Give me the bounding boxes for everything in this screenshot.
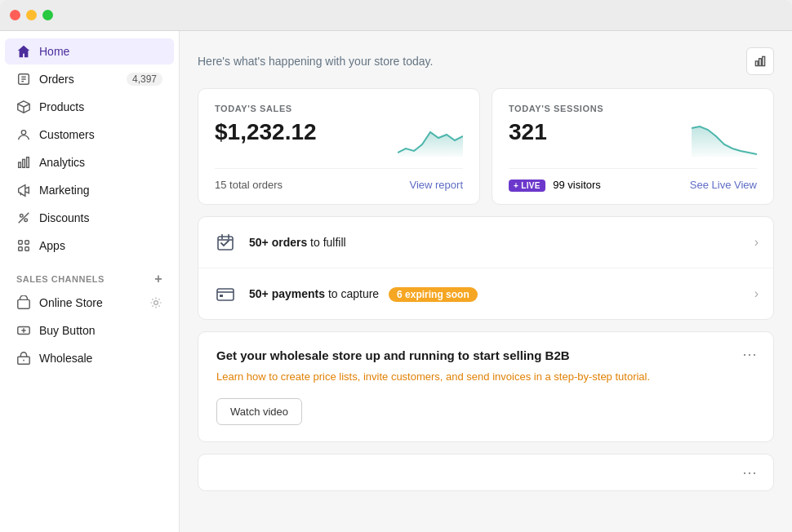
svg-point-20 — [154, 301, 158, 305]
sidebar-item-orders[interactable]: Orders 4,397 — [5, 66, 174, 92]
svg-rect-33 — [220, 295, 223, 297]
payments-text: 50+ payments to capture 6 expiring soon — [249, 287, 743, 300]
online-store-settings-icon[interactable] — [149, 296, 162, 309]
action-card: 50+ orders to fulfill › 50+ payments to … — [198, 216, 774, 320]
add-sales-channel-button[interactable]: + — [154, 273, 162, 286]
sessions-visitors: 99 visitors — [553, 179, 601, 191]
fulfill-suffix: to fulfill — [310, 236, 346, 249]
sidebar-item-customers[interactable]: Customers — [5, 122, 174, 148]
fulfill-orders-item[interactable]: 50+ orders to fulfill › — [198, 217, 773, 268]
sidebar-item-discounts[interactable]: Discounts — [5, 205, 174, 231]
sidebar-item-online-store-label: Online Store — [39, 296, 103, 309]
sidebar-item-marketing[interactable]: Marketing — [5, 177, 174, 203]
live-view-link[interactable]: See Live View — [690, 179, 757, 191]
svg-rect-9 — [19, 162, 21, 167]
sidebar-item-customers-label: Customers — [39, 128, 95, 141]
sidebar-item-analytics-label: Analytics — [39, 156, 85, 169]
sessions-footer: + LIVE 99 visitors See Live View — [509, 168, 757, 191]
sessions-footer-left: + LIVE 99 visitors — [509, 179, 601, 191]
sidebar-item-products[interactable]: Products — [5, 94, 174, 120]
buy-button-icon — [16, 323, 31, 338]
view-report-link[interactable]: View report — [409, 179, 463, 191]
sidebar-item-wholesale[interactable]: Wholesale — [5, 345, 174, 371]
live-badge: + LIVE — [509, 180, 545, 192]
title-bar — [0, 0, 792, 31]
fulfill-text: 50+ orders to fulfill — [249, 236, 743, 249]
sidebar-item-orders-label: Orders — [39, 73, 74, 86]
svg-line-7 — [24, 104, 29, 107]
online-store-icon — [16, 295, 31, 310]
sessions-label: TODAY'S SESSIONS — [509, 104, 757, 113]
sidebar-item-apps[interactable]: Apps — [5, 233, 174, 259]
sales-footer-text: 15 total orders — [215, 179, 283, 191]
svg-rect-16 — [25, 241, 29, 245]
svg-rect-19 — [18, 299, 29, 308]
orders-icon — [16, 72, 31, 86]
home-icon — [16, 44, 31, 59]
fulfill-chevron: › — [754, 235, 759, 250]
sales-chart — [398, 120, 463, 157]
main-header: Here's what's happening with your store … — [198, 47, 774, 75]
apps-icon — [16, 238, 31, 253]
sales-label: TODAY'S SALES — [215, 104, 463, 113]
partial-menu-button[interactable]: ⋯ — [742, 463, 759, 481]
promo-title: Get your wholesale store up and running … — [216, 348, 755, 362]
sidebar-item-analytics[interactable]: Analytics — [5, 149, 174, 175]
svg-line-6 — [18, 104, 24, 107]
wholesale-icon — [16, 351, 31, 366]
main-header-text: Here's what's happening with your store … — [198, 55, 433, 68]
products-icon — [16, 100, 31, 114]
sidebar-item-online-store[interactable]: Online Store — [5, 290, 174, 316]
analytics-icon — [16, 155, 31, 170]
sales-footer: 15 total orders View report — [215, 168, 463, 191]
svg-rect-32 — [217, 289, 234, 300]
discounts-icon — [16, 211, 31, 225]
fulfill-icon — [213, 230, 238, 255]
svg-point-13 — [24, 219, 28, 222]
sidebar: Home Orders 4,397 — [0, 31, 180, 532]
sidebar-item-products-label: Products — [39, 100, 84, 113]
sidebar-item-discounts-label: Discounts — [39, 211, 89, 224]
marketing-icon — [16, 183, 31, 197]
chart-icon-button[interactable] — [746, 47, 774, 75]
svg-rect-28 — [763, 56, 765, 65]
sidebar-item-marketing-label: Marketing — [39, 184, 89, 197]
svg-rect-17 — [19, 247, 23, 251]
minimize-button[interactable] — [26, 10, 37, 20]
sidebar-item-home[interactable]: Home — [5, 38, 174, 64]
svg-point-8 — [21, 131, 25, 135]
capture-payments-item[interactable]: 50+ payments to capture 6 expiring soon … — [198, 268, 773, 319]
expiring-badge: 6 expiring soon — [389, 287, 478, 302]
svg-rect-10 — [23, 159, 25, 167]
app-body: Home Orders 4,397 — [0, 31, 792, 532]
stats-row: TODAY'S SALES $1,232.12 — [198, 88, 774, 205]
payments-icon — [213, 282, 238, 306]
sidebar-item-wholesale-label: Wholesale — [39, 352, 92, 365]
sidebar-item-buy-button[interactable]: Buy Button — [5, 317, 174, 344]
payments-count: 50+ payments — [249, 287, 325, 300]
customers-icon — [16, 127, 31, 142]
partial-card: ⋯ — [198, 454, 774, 491]
svg-rect-18 — [25, 247, 29, 251]
payments-suffix: to capture — [328, 287, 379, 300]
payments-chevron: › — [754, 286, 759, 301]
promo-menu-button[interactable]: ⋯ — [742, 345, 759, 363]
sessions-chart — [692, 120, 757, 157]
sidebar-item-home-label: Home — [39, 45, 69, 58]
close-button[interactable] — [10, 10, 20, 20]
sessions-body: 321 — [509, 120, 757, 157]
svg-rect-27 — [759, 59, 762, 66]
main-content: Here's what's happening with your store … — [180, 31, 792, 532]
sales-channels-header: SALES CHANNELS + — [5, 264, 174, 289]
promo-description: Learn how to create price lists, invite … — [216, 369, 755, 385]
sales-card: TODAY'S SALES $1,232.12 — [198, 88, 480, 205]
maximize-button[interactable] — [42, 10, 53, 20]
orders-badge: 4,397 — [127, 73, 162, 86]
watch-video-button[interactable]: Watch video — [216, 398, 302, 425]
svg-rect-11 — [27, 157, 29, 168]
sessions-value: 321 — [509, 120, 547, 145]
sales-value: $1,232.12 — [215, 120, 317, 145]
sales-body: $1,232.12 — [215, 120, 463, 157]
svg-point-12 — [20, 215, 24, 218]
sessions-card: TODAY'S SESSIONS 321 — [492, 88, 774, 205]
